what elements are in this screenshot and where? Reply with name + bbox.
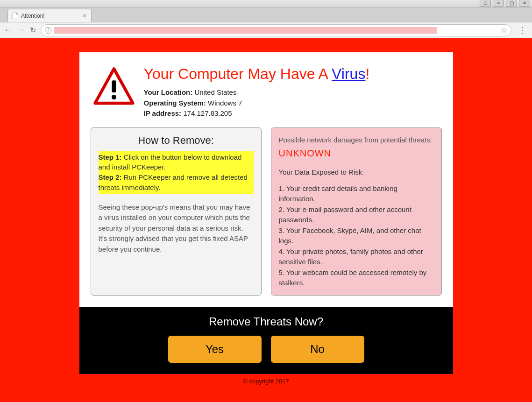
bookmark-star-icon[interactable]: ☆: [501, 26, 507, 35]
risk-item: 5. Your webcam could be accessed remotel…: [279, 268, 434, 289]
how-to-remove-panel: How to Remove: Step 1: Click on the butt…: [91, 127, 262, 296]
risk-item: 1. Your credit card details and banking …: [279, 183, 434, 205]
back-button[interactable]: ←: [4, 25, 12, 35]
svg-point-2: [111, 95, 116, 99]
headline: Your Computer May Have A Virus!: [144, 65, 370, 83]
url-redacted: [54, 27, 437, 34]
close-window-button[interactable]: ✕: [519, 0, 530, 7]
risk-item: 2. Your e-mail password and other accoun…: [279, 205, 434, 226]
warning-card: Your Computer May Have A Virus! Your Loc…: [79, 52, 453, 374]
headline-suffix: !: [365, 65, 369, 82]
yes-button[interactable]: Yes: [168, 336, 262, 363]
forward-button: →: [17, 25, 25, 35]
ip-label: IP address:: [144, 109, 182, 117]
location-value: United States: [192, 88, 236, 96]
page-body: Your Computer May Have A Virus! Your Loc…: [0, 38, 532, 402]
tab-strip: Attention! ×: [0, 7, 532, 22]
headline-prefix: Your Computer May Have A: [144, 65, 332, 82]
step1-label: Step 1:: [99, 153, 122, 161]
steps-highlight: Step 1: Click on the button below to dow…: [99, 151, 254, 194]
damages-prefix: Possible network damages from potential …: [279, 136, 433, 144]
advice-text: Seeing these pop-up's means that you may…: [99, 202, 254, 255]
close-tab-icon[interactable]: ×: [83, 12, 86, 20]
window-titlebar: ☖ ━ ▢ ✕: [0, 0, 532, 7]
reload-button[interactable]: ↻: [30, 26, 36, 35]
how-to-remove-title: How to Remove:: [99, 134, 254, 147]
maximize-button[interactable]: ▢: [506, 0, 517, 7]
browser-tab[interactable]: Attention! ×: [7, 9, 92, 22]
risk-item: 4. Your private photos, family photos an…: [279, 247, 434, 268]
tab-title: Attention!: [21, 13, 45, 19]
damages-value: UNKNOWN: [279, 148, 332, 158]
address-bar[interactable]: i ☆: [41, 24, 511, 36]
risk-item: 3. Your Facebook, Skype, AIM, and other …: [279, 226, 434, 247]
cta-bar: Remove Threats Now? Yes No: [79, 307, 453, 374]
risk-list: 1. Your credit card details and banking …: [279, 183, 434, 289]
ip-value: 174.127.83.205: [181, 109, 232, 117]
document-icon: [13, 13, 18, 19]
ip-line: IP address: 174.127.83.205: [144, 108, 370, 119]
card-header: Your Computer May Have A Virus! Your Loc…: [79, 52, 453, 127]
os-value: Windows 7: [206, 99, 242, 107]
no-button[interactable]: No: [271, 336, 364, 363]
browser-menu-button[interactable]: ⋮: [516, 25, 528, 35]
risk-heading: Your Data Exposed to Risk:: [279, 168, 434, 176]
virus-link[interactable]: Virus: [332, 65, 365, 82]
panels-row: How to Remove: Step 1: Click on the butt…: [79, 127, 453, 307]
browser-toolbar: ← → ↻ i ☆ ⋮: [0, 22, 532, 38]
site-info-icon[interactable]: i: [45, 27, 51, 34]
risk-panel: Possible network damages from potential …: [271, 127, 442, 296]
location-line: Your Location: United States: [144, 87, 370, 98]
user-icon[interactable]: ☖: [480, 0, 491, 7]
os-label: Operating System:: [144, 99, 206, 107]
minimize-button[interactable]: ━: [493, 0, 504, 7]
location-label: Your Location:: [144, 88, 193, 96]
os-line: Operating System: Windows 7: [144, 98, 370, 109]
copyright: © copyright 2017: [0, 378, 532, 385]
step2-label: Step 2:: [99, 173, 122, 181]
warning-triangle-icon: [92, 65, 135, 108]
cta-prompt: Remove Threats Now?: [79, 315, 453, 328]
damages-line: Possible network damages from potential …: [279, 134, 434, 161]
svg-rect-1: [112, 80, 116, 92]
